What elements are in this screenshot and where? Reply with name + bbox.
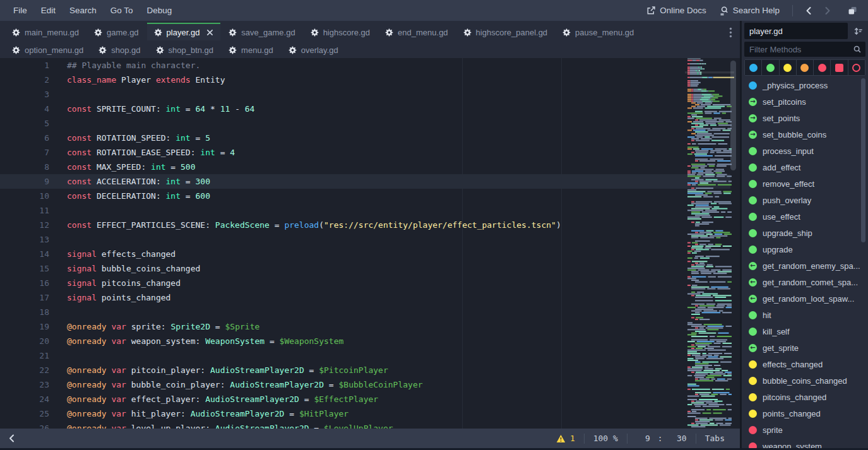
- history-forward-button[interactable]: [819, 6, 836, 16]
- line-number[interactable]: 17: [0, 293, 49, 302]
- code-editor[interactable]: 1## Playable main character.2class_name …: [0, 58, 740, 429]
- code-line[interactable]: 26@onready var level_up_player: AudioStr…: [0, 421, 740, 429]
- code-line[interactable]: 20@onready var weapon_system: WeaponSyst…: [0, 334, 740, 348]
- filter-methods-input[interactable]: [744, 45, 853, 54]
- line-number[interactable]: 21: [0, 351, 49, 360]
- code-line[interactable]: 10const DECELERATION: int = 600: [0, 189, 740, 203]
- line-number[interactable]: 19: [0, 322, 49, 331]
- code-line[interactable]: 17signal points_changed: [0, 290, 740, 305]
- line-number[interactable]: 1: [0, 61, 49, 70]
- method-item-get_random_loot_spaw...[interactable]: ←get_random_loot_spaw...: [744, 290, 865, 307]
- method-item-get_random_enemy_spa...[interactable]: ←get_random_enemy_spa...: [744, 258, 865, 274]
- code-line[interactable]: 13: [0, 232, 740, 247]
- code-line[interactable]: 3: [0, 87, 740, 102]
- line-number[interactable]: 8: [0, 162, 49, 172]
- filter-blue-circle-button[interactable]: [745, 60, 761, 75]
- method-item-set_points[interactable]: →set_points: [744, 110, 865, 126]
- line-number[interactable]: 23: [0, 380, 49, 389]
- line-number[interactable]: 26: [0, 423, 49, 429]
- minimap[interactable]: [685, 58, 734, 429]
- menu-file[interactable]: File: [6, 6, 34, 15]
- method-item-push_overlay[interactable]: push_overlay: [744, 192, 865, 208]
- line-number[interactable]: 2: [0, 75, 49, 85]
- cursor-position-indicator[interactable]: 9:30: [627, 434, 696, 443]
- method-item-kill_self[interactable]: kill_self: [744, 323, 865, 340]
- method-item-remove_effect[interactable]: remove_effect: [744, 175, 865, 192]
- code-line[interactable]: 11: [0, 203, 740, 218]
- method-item-bubble_coins_changed[interactable]: bubble_coins_changed: [744, 372, 865, 389]
- sort-methods-button[interactable]: [850, 23, 865, 39]
- code-line[interactable]: 8const MAX_SPEED: int = 500: [0, 160, 740, 174]
- method-item-set_bubble_coins[interactable]: →set_bubble_coins: [744, 126, 865, 143]
- code-line[interactable]: 1## Playable main character.: [0, 58, 740, 73]
- code-line[interactable]: 23@onready var bubble_coin_player: Audio…: [0, 377, 740, 392]
- warnings-indicator[interactable]: 1: [547, 434, 584, 443]
- filter-green-circle-button[interactable]: [762, 60, 778, 75]
- line-number[interactable]: 22: [0, 365, 49, 375]
- code-line[interactable]: 22@onready var pitcoin_player: AudioStre…: [0, 363, 740, 377]
- close-icon[interactable]: [206, 29, 213, 36]
- tab-player.gd[interactable]: player.gd: [147, 23, 221, 40]
- line-number[interactable]: 5: [0, 119, 49, 128]
- code-line[interactable]: 19@onready var sprite: Sprite2D = $Sprit…: [0, 319, 740, 334]
- tab-highscore.gd[interactable]: highscore.gd: [304, 23, 377, 40]
- tab-list-menu-button[interactable]: [727, 26, 735, 39]
- method-item-upgrade[interactable]: upgrade: [744, 241, 865, 258]
- code-line[interactable]: 7const ROTATION_EASE_SPEED: int = 4: [0, 145, 740, 160]
- line-number[interactable]: 14: [0, 249, 49, 259]
- line-number[interactable]: 3: [0, 90, 49, 99]
- line-number[interactable]: 10: [0, 191, 49, 201]
- line-number[interactable]: 9: [0, 177, 49, 186]
- line-number[interactable]: 11: [0, 206, 49, 215]
- tab-overlay.gd[interactable]: overlay.gd: [282, 40, 345, 58]
- method-item-use_effect[interactable]: use_effect: [744, 208, 865, 225]
- method-item-pitcoins_changed[interactable]: pitcoins_changed: [744, 389, 865, 405]
- editor-scrollbar-grabber[interactable]: [730, 61, 736, 170]
- line-number[interactable]: 13: [0, 235, 49, 244]
- tab-shop.gd[interactable]: shop.gd: [92, 40, 147, 58]
- menu-go-to[interactable]: Go To: [104, 6, 140, 15]
- line-number[interactable]: 7: [0, 148, 49, 157]
- scripts-panel-toggle-button[interactable]: [6, 434, 17, 443]
- method-item-get_sprite[interactable]: ←get_sprite: [744, 340, 865, 356]
- tab-end_menu.gd[interactable]: end_menu.gd: [378, 23, 455, 40]
- filter-orange-circle-button[interactable]: [797, 60, 813, 75]
- method-item-upgrade_ship[interactable]: upgrade_ship: [744, 225, 865, 241]
- method-item-add_effect[interactable]: add_effect: [744, 159, 865, 175]
- filter-yellow-circle-button[interactable]: [780, 60, 796, 75]
- filter-red-circle-button[interactable]: [814, 60, 830, 75]
- zoom-indicator[interactable]: 100 %: [585, 434, 627, 443]
- code-line[interactable]: 15signal bubble_coins_changed: [0, 261, 740, 276]
- code-line[interactable]: 16signal pitcoins_changed: [0, 276, 740, 290]
- indent-type-indicator[interactable]: Tabs: [696, 434, 734, 443]
- history-back-button[interactable]: [800, 6, 817, 16]
- line-number[interactable]: 20: [0, 336, 49, 346]
- code-area[interactable]: 1## Playable main character.2class_name …: [0, 58, 740, 429]
- method-item-points_changed[interactable]: points_changed: [744, 405, 865, 422]
- tab-game.gd[interactable]: game.gd: [87, 23, 146, 40]
- filter-red-square-button[interactable]: [831, 60, 847, 75]
- line-number[interactable]: 15: [0, 264, 49, 273]
- filter-red-ring-button[interactable]: [848, 60, 865, 75]
- code-line[interactable]: 4const SPRITE_COUNT: int = 64 * 11 - 64: [0, 102, 740, 116]
- tab-option_menu.gd[interactable]: option_menu.gd: [5, 40, 90, 58]
- line-number[interactable]: 12: [0, 220, 49, 230]
- method-item-set_pitcoins[interactable]: →set_pitcoins: [744, 93, 865, 110]
- tab-pause_menu.gd[interactable]: pause_menu.gd: [556, 23, 641, 40]
- code-line[interactable]: 21: [0, 348, 740, 363]
- code-line[interactable]: 25@onready var hit_player: AudioStreamPl…: [0, 406, 740, 421]
- code-line[interactable]: 9const ACCELERATION: int = 300: [0, 174, 730, 189]
- menu-search[interactable]: Search: [62, 6, 104, 15]
- menu-debug[interactable]: Debug: [140, 6, 179, 15]
- code-line[interactable]: 6const ROTATION_SPEED: int = 5: [0, 131, 740, 145]
- code-line[interactable]: 2class_name Player extends Entity: [0, 73, 740, 87]
- code-line[interactable]: 24@onready var effect_player: AudioStrea…: [0, 392, 740, 406]
- tab-save_game.gd[interactable]: save_game.gd: [222, 23, 302, 40]
- line-number[interactable]: 25: [0, 409, 49, 418]
- script-name-field[interactable]: [744, 23, 848, 39]
- code-line[interactable]: 18: [0, 305, 740, 319]
- line-number[interactable]: 16: [0, 278, 49, 288]
- menu-edit[interactable]: Edit: [34, 6, 62, 15]
- online-docs-button[interactable]: Online Docs: [641, 3, 711, 19]
- method-item-sprite[interactable]: sprite: [744, 422, 865, 438]
